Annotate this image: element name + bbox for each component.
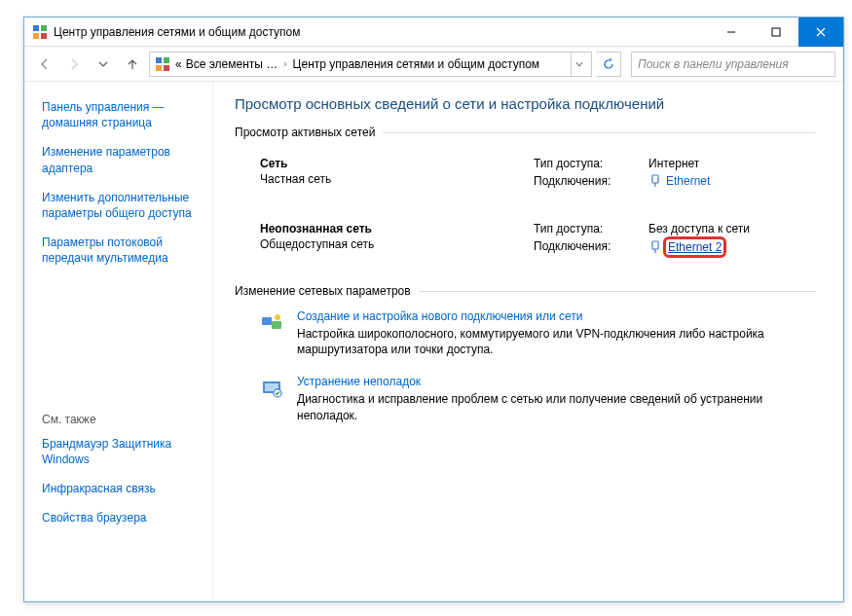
svg-rect-8	[156, 57, 162, 63]
new-connection-icon	[260, 311, 283, 335]
see-also-firewall-link[interactable]: Брандмауэр Защитника Windows	[42, 436, 204, 467]
access-type-value: Без доступа к сети	[648, 222, 750, 236]
action-description: Диагностика и исправление проблем с сеть…	[297, 391, 808, 422]
sidebar-link-adapter-settings[interactable]: Изменение параметров адаптера	[42, 144, 204, 175]
network-block-2: Неопознанная сеть Общедоступная сеть Тип…	[235, 208, 816, 274]
sidebar-link-media-streaming[interactable]: Параметры потоковой передачи мультимедиа	[42, 235, 204, 266]
see-also-browser-props-link[interactable]: Свойства браузера	[42, 510, 204, 525]
sidebar-link-sharing-settings[interactable]: Изменить дополнительные параметры общего…	[42, 190, 204, 221]
recent-locations-button[interactable]	[91, 52, 116, 77]
access-type-value: Интернет	[648, 157, 699, 170]
connection-link-text: Ethernet	[666, 174, 710, 188]
troubleshoot-icon	[260, 377, 283, 400]
active-networks-label: Просмотр активных сетей	[235, 126, 383, 139]
action-title-link[interactable]: Создание и настройка нового подключения …	[297, 309, 808, 323]
network-name: Неопознанная сеть	[260, 222, 533, 236]
see-also-infrared-link[interactable]: Инфракрасная связь	[42, 481, 204, 496]
navigation-toolbar: « Все элементы … › Центр управления сетя…	[24, 47, 843, 82]
connection-link-ethernet2[interactable]: Ethernet 2	[648, 239, 723, 255]
sidebar: Панель управления — домашняя страница Из…	[24, 82, 213, 601]
window-controls	[709, 18, 843, 47]
minimize-button[interactable]	[709, 18, 754, 47]
app-icon	[32, 24, 48, 40]
page-heading: Просмотр основных сведений о сети и наст…	[235, 95, 816, 112]
svg-rect-14	[652, 241, 658, 249]
svg-rect-16	[262, 317, 272, 325]
breadcrumb-separator-icon: ›	[281, 58, 288, 69]
maximize-button[interactable]	[754, 18, 798, 47]
network-block-1: Сеть Частная сеть Тип доступа: Интернет …	[235, 143, 816, 208]
svg-rect-11	[164, 65, 169, 71]
svg-rect-2	[33, 33, 39, 39]
breadcrumb[interactable]: « Все элементы … › Центр управления сетя…	[149, 52, 592, 77]
breadcrumb-part2[interactable]: Центр управления сетями и общим доступом	[293, 57, 540, 71]
ethernet-icon	[648, 240, 662, 254]
window-title: Центр управления сетями и общим доступом	[54, 25, 709, 39]
change-settings-section: Изменение сетевых параметров	[235, 284, 816, 298]
action-new-connection: Создание и настройка нового подключения …	[235, 302, 816, 367]
connections-label: Подключения:	[534, 174, 648, 191]
action-troubleshoot: Устранение неполадок Диагностика и испра…	[235, 367, 816, 432]
svg-rect-12	[652, 175, 658, 183]
svg-rect-0	[33, 25, 39, 31]
connection-link-ethernet[interactable]: Ethernet	[648, 174, 710, 188]
search-placeholder: Поиск в панели управления	[638, 57, 789, 71]
action-description: Настройка широкополосного, коммутируемог…	[297, 326, 808, 357]
svg-rect-5	[772, 28, 780, 36]
back-button[interactable]	[32, 52, 57, 77]
titlebar: Центр управления сетями и общим доступом	[24, 18, 843, 47]
close-button[interactable]	[798, 18, 843, 47]
forward-button[interactable]	[61, 52, 87, 77]
access-type-label: Тип доступа:	[534, 157, 648, 170]
breadcrumb-part1[interactable]: Все элементы …	[186, 57, 278, 71]
svg-rect-17	[272, 321, 281, 329]
network-type: Общедоступная сеть	[260, 237, 533, 251]
connections-label: Подключения:	[534, 239, 648, 257]
change-settings-label: Изменение сетевых параметров	[235, 284, 419, 298]
svg-rect-9	[164, 57, 169, 63]
breadcrumb-prefix: «	[175, 57, 182, 71]
main-content: Просмотр основных сведений о сети и наст…	[213, 82, 843, 601]
network-name: Сеть	[260, 157, 533, 170]
access-type-label: Тип доступа:	[534, 222, 648, 236]
svg-rect-10	[156, 65, 162, 71]
svg-point-18	[275, 314, 280, 320]
see-also-label: См. также	[42, 413, 204, 426]
refresh-button[interactable]	[596, 52, 621, 77]
body: Панель управления — домашняя страница Из…	[24, 82, 843, 601]
svg-rect-1	[41, 25, 47, 31]
control-panel-home-link[interactable]: Панель управления — домашняя страница	[42, 99, 204, 130]
svg-rect-3	[41, 33, 47, 39]
connection-link-text-highlighted: Ethernet 2	[666, 239, 723, 255]
up-button[interactable]	[120, 52, 145, 77]
network-type: Частная сеть	[260, 172, 533, 186]
ethernet-icon	[648, 174, 662, 188]
breadcrumb-dropdown-icon[interactable]	[571, 53, 587, 76]
action-title-link[interactable]: Устранение неполадок	[297, 375, 808, 388]
active-networks-section: Просмотр активных сетей	[235, 126, 816, 139]
search-input[interactable]: Поиск в панели управления	[631, 52, 835, 77]
breadcrumb-icon	[154, 55, 171, 73]
network-sharing-center-window: Центр управления сетями и общим доступом	[23, 17, 844, 602]
